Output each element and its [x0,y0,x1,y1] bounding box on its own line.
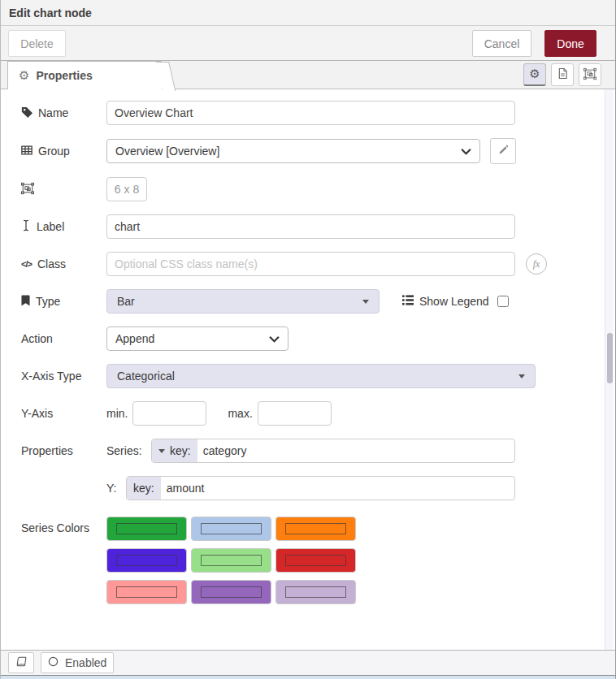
pencil-icon [498,145,509,158]
name-row: Name [21,101,615,125]
yaxis-min-input[interactable] [132,401,206,426]
list-icon [402,295,414,308]
dialog-footer: Enabled [1,650,615,675]
background-strip [1,675,615,679]
yaxis-label: Y-Axis [21,407,106,420]
properties-label: Properties [21,444,106,457]
chevron-down-icon [269,332,280,345]
properties-form: Name Group Overview [Overview] [1,89,615,604]
class-row: </> Class fx [21,252,615,276]
color-swatch[interactable] [106,580,187,604]
fx-badge: fx [526,253,547,275]
gear-icon: ⚙ [529,68,540,80]
y-property-row: Y: key: amount [21,476,615,500]
yaxis-min-label: min. [106,407,128,420]
tab-bar: ⚙ Properties ⚙ [1,61,615,89]
description-section-button[interactable] [551,63,574,86]
xaxis-label: X-Axis Type [21,370,106,383]
series-label: Series: [106,444,151,457]
yaxis-max-label: max. [228,407,252,420]
show-legend-checkbox[interactable] [497,296,509,307]
y-typed-input: key: amount [126,476,515,500]
bookmark-icon [21,295,30,309]
series-type-button[interactable]: key: [152,439,197,462]
group-row: Group Overview [Overview] [21,138,615,164]
node-help-button[interactable] [8,652,34,673]
color-swatch[interactable] [275,517,356,541]
action-label: Action [21,332,106,345]
dialog-toolbar: Delete Cancel Done [1,26,615,61]
action-row: Action Append [21,327,615,351]
circle-icon [48,656,59,669]
size-button[interactable]: 6 x 8 [106,177,147,201]
series-typed-input: key: category [151,439,515,463]
color-swatch[interactable] [275,548,356,573]
color-swatch[interactable] [191,580,271,604]
class-input[interactable] [106,252,515,276]
tab-properties[interactable]: ⚙ Properties [7,61,162,89]
enabled-toggle-button[interactable]: Enabled [41,652,114,673]
label-input[interactable] [106,214,515,239]
gear-icon: ⚙ [19,70,29,82]
label-label: Label [21,219,106,234]
y-key-value[interactable]: amount [161,477,205,500]
delete-button[interactable]: Delete [8,30,66,57]
caret-down-icon [362,300,369,304]
name-input[interactable] [106,101,515,125]
edit-node-dialog: Edit chart node Delete Cancel Done ⚙ Pro… [0,0,616,679]
chevron-down-icon [461,145,471,158]
group-select[interactable]: Overview [Overview] [106,139,480,163]
type-label: Type [21,295,106,309]
object-group-icon [583,67,596,83]
caret-down-icon [158,449,165,453]
yaxis-row: Y-Axis min. max. [21,401,615,426]
series-colors-grid [106,517,356,604]
book-icon [15,656,27,670]
series-property-row: Properties Series: key: category [21,439,615,463]
cancel-button[interactable]: Cancel [472,30,531,57]
color-swatch[interactable] [191,548,271,573]
label-row: Label [21,214,615,239]
properties-section-button[interactable]: ⚙ [523,63,546,86]
color-swatch[interactable] [106,548,187,573]
document-icon [557,67,568,82]
size-label [21,182,106,197]
code-icon: </> [21,259,32,269]
color-swatch[interactable] [191,517,271,541]
series-key-value[interactable]: category [197,439,247,462]
color-swatch[interactable] [275,580,356,604]
i-cursor-icon [21,219,31,234]
done-button[interactable]: Done [544,30,596,57]
yaxis-max-input[interactable] [258,401,332,426]
chart-type-dropdown[interactable]: Bar [106,289,380,314]
scrollbar-thumb[interactable] [607,333,613,383]
caret-down-icon [518,374,525,378]
dialog-header: Edit chart node [1,0,615,26]
tag-icon [21,106,33,120]
show-legend-group: Show Legend [402,295,509,308]
size-row: 6 x 8 [21,177,615,201]
table-icon [21,145,33,158]
enabled-label: Enabled [65,656,106,669]
editor-section-buttons: ⚙ [523,63,601,86]
xaxis-type-dropdown[interactable]: Categorical [106,364,536,388]
y-label: Y: [106,482,126,495]
action-select[interactable]: Append [106,327,288,351]
dialog-title: Edit chart node [9,6,92,19]
series-colors-label: Series Colors [21,517,106,534]
tab-properties-label: Properties [36,69,92,82]
class-label: </> Class [21,257,106,270]
group-label: Group [21,145,106,158]
color-swatch[interactable] [106,517,187,541]
vertical-scrollbar[interactable] [605,89,614,650]
edit-group-button[interactable] [490,138,516,164]
appearance-section-button[interactable] [579,63,601,86]
object-group-icon [21,182,34,197]
form-scroll-area: Name Group Overview [Overview] [1,89,615,650]
type-row: Type Bar Show Legend [21,289,615,314]
series-colors-row: Series Colors [21,517,615,604]
y-type-button[interactable]: key: [127,477,161,500]
show-legend-label: Show Legend [419,295,489,308]
name-label: Name [21,106,106,120]
xaxis-row: X-Axis Type Categorical [21,364,615,388]
